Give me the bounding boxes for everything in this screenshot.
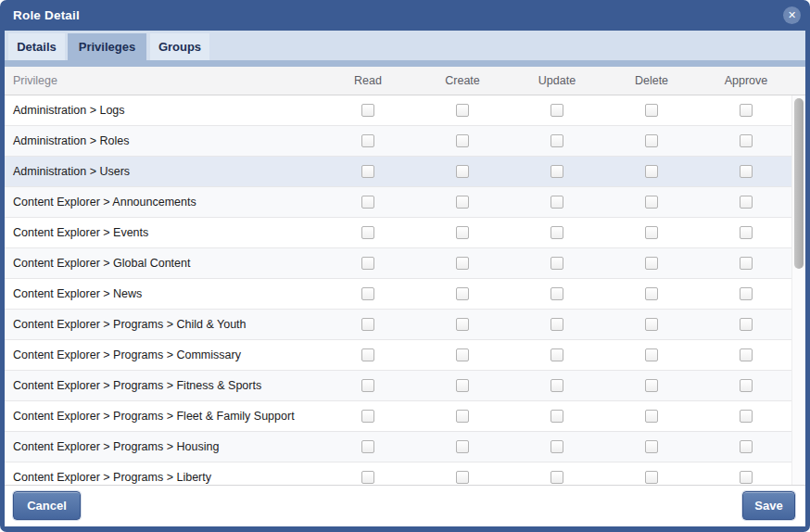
table-row[interactable]: Content Explorer > News: [5, 279, 805, 310]
checkbox-update[interactable]: [551, 287, 563, 300]
cancel-button[interactable]: Cancel: [13, 491, 81, 520]
checkbox-read[interactable]: [361, 257, 374, 270]
checkbox-read[interactable]: [361, 318, 374, 331]
privilege-label: Content Explorer > Programs > Commissary: [13, 340, 241, 370]
dialog-title: Role Detail: [13, 0, 80, 31]
approve-column-header: Approve: [709, 67, 783, 95]
checkbox-delete[interactable]: [645, 134, 658, 147]
dialog-titlebar: Role Detail ✕: [0, 0, 810, 31]
checkbox-delete[interactable]: [645, 257, 658, 270]
checkbox-create[interactable]: [456, 257, 469, 270]
checkbox-update[interactable]: [551, 440, 563, 453]
checkbox-create[interactable]: [456, 226, 469, 239]
checkbox-update[interactable]: [551, 196, 563, 209]
checkbox-create[interactable]: [456, 134, 469, 147]
create-column-header: Create: [425, 67, 500, 95]
checkbox-create[interactable]: [456, 318, 469, 331]
checkbox-approve[interactable]: [740, 257, 753, 270]
checkbox-read[interactable]: [361, 226, 374, 239]
checkbox-delete[interactable]: [645, 471, 658, 484]
table-row[interactable]: Content Explorer > Programs > Fleet & Fa…: [5, 401, 805, 432]
privilege-label: Administration > Logs: [13, 95, 125, 125]
table-row[interactable]: Content Explorer > Events: [5, 218, 805, 248]
checkbox-approve[interactable]: [740, 196, 753, 209]
checkbox-read[interactable]: [361, 410, 374, 423]
checkbox-delete[interactable]: [645, 165, 658, 178]
privileges-table-body: Administration > Logs Administration > R…: [5, 95, 805, 485]
checkbox-update[interactable]: [551, 257, 563, 270]
table-row[interactable]: Content Explorer > Programs > Liberty: [5, 462, 805, 485]
checkbox-read[interactable]: [361, 348, 374, 361]
checkbox-approve[interactable]: [740, 410, 753, 423]
table-row[interactable]: Content Explorer > Programs > Housing: [5, 432, 805, 462]
checkbox-create[interactable]: [456, 348, 469, 361]
rows-container: Administration > Logs Administration > R…: [5, 95, 805, 485]
checkbox-read[interactable]: [361, 165, 374, 178]
checkbox-update[interactable]: [551, 410, 563, 423]
tab-band-divider: [5, 60, 805, 67]
checkbox-delete[interactable]: [645, 348, 658, 361]
tab-details[interactable]: Details: [8, 33, 65, 60]
table-row[interactable]: Administration > Logs: [5, 95, 805, 126]
checkbox-read[interactable]: [361, 196, 374, 209]
checkbox-update[interactable]: [551, 134, 563, 147]
checkbox-update[interactable]: [551, 226, 563, 239]
table-row[interactable]: Content Explorer > Global Content: [5, 248, 805, 279]
checkbox-read[interactable]: [361, 134, 374, 147]
checkbox-read[interactable]: [361, 287, 374, 300]
checkbox-approve[interactable]: [740, 287, 753, 300]
checkbox-read[interactable]: [361, 440, 374, 453]
checkbox-approve[interactable]: [740, 318, 753, 331]
checkbox-update[interactable]: [551, 318, 563, 331]
checkbox-update[interactable]: [551, 104, 563, 117]
checkbox-delete[interactable]: [645, 410, 658, 423]
checkbox-read[interactable]: [361, 104, 374, 117]
checkbox-create[interactable]: [456, 440, 469, 453]
checkbox-approve[interactable]: [740, 471, 753, 484]
table-row[interactable]: Content Explorer > Announcements: [5, 187, 805, 218]
checkbox-update[interactable]: [551, 165, 563, 178]
privilege-label: Content Explorer > Programs > Liberty: [13, 462, 211, 485]
checkbox-read[interactable]: [361, 471, 374, 484]
checkbox-delete[interactable]: [645, 196, 658, 209]
checkbox-read[interactable]: [361, 379, 374, 392]
table-row[interactable]: Content Explorer > Programs > Child & Yo…: [5, 310, 805, 340]
checkbox-approve[interactable]: [740, 226, 753, 239]
scrollbar-thumb[interactable]: [794, 98, 804, 269]
scrollbar-track[interactable]: [791, 95, 805, 485]
checkbox-delete[interactable]: [645, 287, 658, 300]
checkbox-update[interactable]: [551, 379, 563, 392]
privilege-label: Content Explorer > Announcements: [13, 187, 196, 217]
checkbox-delete[interactable]: [645, 318, 658, 331]
dialog-footer: Cancel Save: [5, 485, 805, 526]
checkbox-update[interactable]: [551, 471, 563, 484]
checkbox-approve[interactable]: [740, 104, 753, 117]
table-row[interactable]: Content Explorer > Programs > Fitness & …: [5, 371, 805, 401]
checkbox-delete[interactable]: [645, 104, 658, 117]
checkbox-create[interactable]: [456, 287, 469, 300]
tab-privileges[interactable]: Privileges: [68, 33, 146, 60]
checkbox-approve[interactable]: [740, 134, 753, 147]
checkbox-create[interactable]: [456, 410, 469, 423]
checkbox-create[interactable]: [456, 196, 469, 209]
checkbox-create[interactable]: [456, 104, 469, 117]
checkbox-create[interactable]: [456, 471, 469, 484]
checkbox-approve[interactable]: [740, 348, 753, 361]
checkbox-create[interactable]: [456, 379, 469, 392]
table-row[interactable]: Administration > Users: [5, 157, 805, 187]
checkbox-approve[interactable]: [740, 379, 753, 392]
checkbox-delete[interactable]: [645, 226, 658, 239]
table-row[interactable]: Administration > Roles: [5, 126, 805, 157]
table-row[interactable]: Content Explorer > Programs > Commissary: [5, 340, 805, 371]
privilege-label: Content Explorer > Events: [13, 218, 148, 247]
privilege-label: Content Explorer > Programs > Fleet & Fa…: [13, 401, 295, 431]
close-icon[interactable]: ✕: [783, 6, 801, 24]
checkbox-delete[interactable]: [645, 440, 658, 453]
checkbox-create[interactable]: [456, 165, 469, 178]
checkbox-delete[interactable]: [645, 379, 658, 392]
checkbox-approve[interactable]: [740, 440, 753, 453]
save-button[interactable]: Save: [742, 491, 795, 520]
checkbox-approve[interactable]: [740, 165, 753, 178]
tab-groups[interactable]: Groups: [150, 33, 209, 60]
checkbox-update[interactable]: [551, 348, 563, 361]
